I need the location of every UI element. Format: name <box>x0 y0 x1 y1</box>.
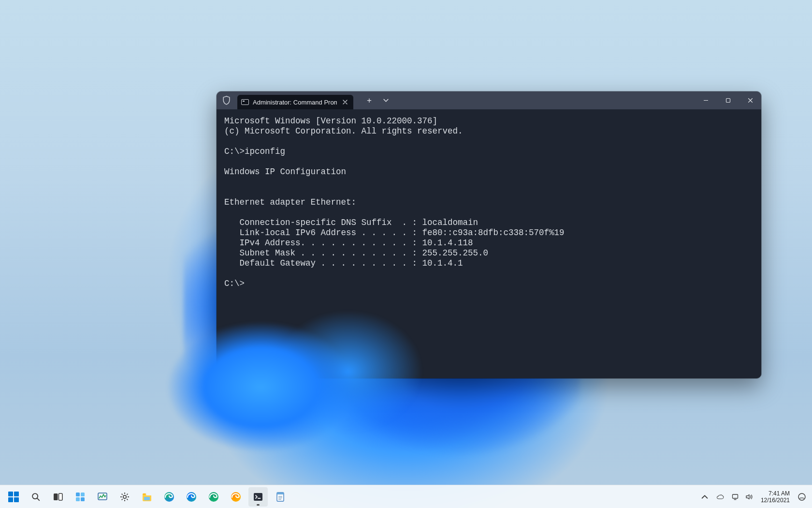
terminal-icon <box>252 491 264 503</box>
shield-icon <box>222 96 231 105</box>
taskbar-widgets-button[interactable] <box>71 487 90 507</box>
terminal-output[interactable]: Microsoft Windows [Version 10.0.22000.37… <box>217 109 761 378</box>
volume-icon <box>745 493 753 501</box>
taskbar-edge-dev-button[interactable] <box>204 487 223 507</box>
widgets-icon <box>74 491 86 503</box>
taskbar-file-explorer-button[interactable] <box>137 487 157 507</box>
clock-date: 12/16/2021 <box>761 497 790 504</box>
svg-rect-7 <box>81 497 85 501</box>
notification-icon <box>798 493 806 501</box>
close-button[interactable] <box>739 91 761 109</box>
desktop[interactable]: Administrator: Command Promp + <box>0 0 812 508</box>
svg-rect-6 <box>76 497 80 501</box>
clock-button[interactable]: 7:41 AM 12/16/2021 <box>758 487 793 507</box>
taskbar-task-manager-button[interactable] <box>93 487 112 507</box>
taskbar-edge-button[interactable] <box>160 487 179 507</box>
chevron-up-icon <box>701 493 709 501</box>
edge-icon <box>208 491 219 503</box>
window-titlebar[interactable]: Administrator: Command Promp + <box>217 91 761 109</box>
taskbar-task-view-button[interactable] <box>48 487 68 507</box>
network-icon <box>732 493 740 501</box>
tray-overflow-button[interactable] <box>698 487 711 507</box>
cmd-icon <box>241 99 249 105</box>
windows-logo-icon <box>8 492 19 502</box>
terminal-tab[interactable]: Administrator: Command Promp <box>237 95 353 109</box>
edge-icon <box>163 491 175 503</box>
svg-rect-0 <box>726 99 730 103</box>
taskbar-settings-button[interactable] <box>115 487 134 507</box>
edge-icon <box>186 491 197 503</box>
new-tab-button[interactable]: + <box>362 93 377 108</box>
clock-time: 7:41 AM <box>761 490 790 497</box>
cloud-icon <box>716 493 724 501</box>
tab-close-button[interactable] <box>341 98 349 106</box>
notepad-icon <box>275 491 286 503</box>
taskbar-terminal-button[interactable] <box>248 487 268 507</box>
taskbar-search-button[interactable] <box>26 487 45 507</box>
edge-icon <box>230 491 242 503</box>
taskbar-edge-beta-button[interactable] <box>182 487 201 507</box>
task-view-icon <box>52 491 64 503</box>
tab-dropdown-button[interactable] <box>378 93 393 108</box>
taskbar-notepad-button[interactable] <box>271 487 290 507</box>
svg-rect-2 <box>54 493 58 500</box>
svg-point-22 <box>798 493 805 500</box>
svg-rect-18 <box>254 493 262 501</box>
notifications-button[interactable] <box>795 487 809 507</box>
svg-rect-21 <box>732 494 738 498</box>
taskbar-start-button[interactable] <box>4 487 23 507</box>
tab-title: Administrator: Command Promp <box>253 99 337 106</box>
taskbar-edge-canary-button[interactable] <box>226 487 246 507</box>
svg-rect-10 <box>144 497 150 500</box>
taskbar[interactable]: 7:41 AM 12/16/2021 <box>0 485 812 508</box>
svg-rect-3 <box>59 493 63 500</box>
terminal-window[interactable]: Administrator: Command Promp + <box>217 91 761 378</box>
window-controls <box>695 91 761 109</box>
maximize-button[interactable] <box>717 91 739 109</box>
folder-icon <box>141 491 153 503</box>
onedrive-tray-button[interactable] <box>713 487 727 507</box>
svg-point-9 <box>123 495 126 498</box>
gear-icon <box>119 491 130 503</box>
task-manager-icon <box>97 491 108 503</box>
svg-rect-4 <box>76 493 80 496</box>
svg-rect-5 <box>81 493 85 496</box>
svg-rect-20 <box>277 493 284 494</box>
minimize-button[interactable] <box>695 91 717 109</box>
search-icon <box>30 492 41 502</box>
quick-settings-button[interactable] <box>729 487 756 507</box>
